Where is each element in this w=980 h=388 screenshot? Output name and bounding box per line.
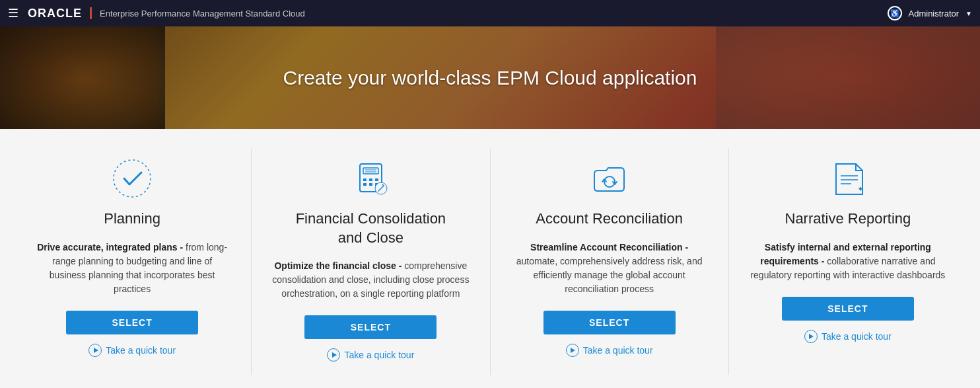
account-reconciliation-tour-play-icon [566, 344, 579, 357]
svg-rect-6 [369, 178, 372, 181]
cards-section: Planning Drive accurate, integrated plan… [0, 129, 980, 388]
narrative-reporting-card: ✦ Narrative Reporting Satisfy internal a… [729, 149, 967, 375]
header-right-controls: ♿ Administrator ▼ [888, 6, 972, 20]
planning-card: Planning Drive accurate, integrated plan… [13, 149, 251, 375]
planning-tour-play-icon [88, 344, 102, 357]
narrative-reporting-card-title: Narrative Reporting [785, 210, 911, 229]
planning-tour-link[interactable]: Take a quick tour [88, 344, 176, 357]
account-reconciliation-icon [586, 155, 633, 202]
financial-description-bold: Optimize the financial close - [274, 260, 402, 271]
hero-banner: Create your world-class EPM Cloud applic… [0, 26, 980, 129]
narrative-reporting-card-description: Satisfy internal and external reporting … [749, 241, 947, 282]
financial-consolidation-card: Financial Consolidation and Close Optimi… [252, 149, 489, 375]
account-reconciliation-select-button[interactable]: SELECT [543, 311, 676, 334]
financial-consolidation-card-title: Financial Consolidation and Close [296, 210, 446, 247]
accessibility-icon[interactable]: ♿ [888, 6, 902, 20]
account-reconciliation-card: Account Reconciliation Streamline Accoun… [491, 149, 728, 375]
svg-point-0 [114, 160, 151, 197]
financial-consolidation-select-button[interactable]: SELECT [304, 315, 437, 339]
financial-consolidation-tour-play-icon [327, 348, 340, 362]
financial-consolidation-icon [347, 155, 394, 202]
app-subtitle: Enterprise Performance Management Standa… [100, 9, 305, 19]
oracle-logo: ORACLE Enterprise Performance Management… [28, 7, 305, 20]
oracle-logo-divider [90, 7, 92, 19]
header: ☰ ORACLE Enterprise Performance Manageme… [0, 0, 980, 26]
hamburger-menu-icon[interactable]: ☰ [8, 6, 18, 20]
planning-select-button[interactable]: SELECT [66, 311, 198, 334]
account-reconciliation-card-description: Streamline Account Reconciliation - auto… [510, 241, 709, 296]
financial-consolidation-tour-link[interactable]: Take a quick tour [327, 348, 414, 362]
planning-tour-label: Take a quick tour [106, 345, 176, 356]
account-description-bold: Streamline Account Reconciliation - [530, 242, 688, 252]
planning-description-bold: Drive accurate, integrated plans - [37, 242, 183, 252]
planning-icon [109, 155, 155, 202]
account-reconciliation-tour-label: Take a quick tour [583, 345, 653, 356]
svg-rect-9 [369, 183, 372, 186]
banner-title: Create your world-class EPM Cloud applic… [0, 67, 980, 89]
admin-chevron-down-icon: ▼ [965, 10, 972, 17]
account-reconciliation-card-title: Account Reconciliation [536, 210, 683, 229]
narrative-reporting-icon: ✦ [825, 155, 871, 202]
admin-menu[interactable]: Administrator [909, 9, 960, 19]
svg-rect-7 [375, 178, 378, 181]
narrative-reporting-select-button[interactable]: SELECT [782, 297, 914, 321]
narrative-reporting-tour-play-icon [804, 330, 818, 343]
narrative-reporting-tour-label: Take a quick tour [822, 331, 892, 342]
financial-consolidation-tour-label: Take a quick tour [344, 350, 414, 360]
account-reconciliation-tour-link[interactable]: Take a quick tour [566, 344, 653, 357]
svg-rect-5 [363, 178, 367, 181]
financial-consolidation-card-description: Optimize the financial close - comprehen… [271, 259, 470, 301]
svg-rect-8 [363, 183, 367, 186]
banner-text-wrapper: Create your world-class EPM Cloud applic… [0, 67, 980, 89]
narrative-reporting-tour-link[interactable]: Take a quick tour [804, 330, 892, 343]
oracle-wordmark: ORACLE [28, 7, 82, 20]
planning-card-description: Drive accurate, integrated plans - from … [33, 241, 231, 296]
svg-text:✦: ✦ [857, 184, 864, 194]
planning-card-title: Planning [104, 210, 160, 229]
svg-rect-2 [363, 168, 378, 174]
account-description-rest: automate, comprehensively address risk, … [516, 256, 703, 294]
